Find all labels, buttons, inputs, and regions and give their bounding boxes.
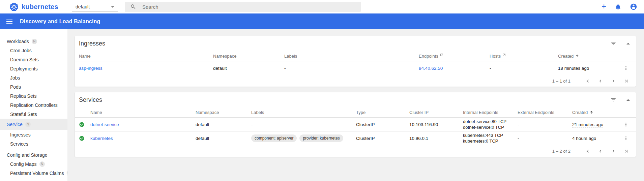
column-header-name[interactable]: Name [79, 54, 213, 59]
row-actions-menu-icon[interactable] [620, 65, 632, 71]
first-page-button[interactable] [581, 75, 594, 87]
collapse-card-icon[interactable] [626, 43, 630, 44]
service-type: ClusterIP [356, 122, 409, 127]
service-namespace: default [196, 122, 251, 127]
sidebar-item-config-and-storage[interactable]: Config and Storage [0, 150, 67, 159]
ingress-table-row: asp-ingress default - 84.40.62.50 - 18 m… [75, 61, 636, 75]
first-page-button[interactable] [581, 145, 594, 157]
sidebar-item-deployments[interactable]: Deployments [0, 64, 67, 73]
filter-icon[interactable] [610, 40, 616, 47]
search-bar[interactable] [125, 2, 361, 12]
column-header-cluster-ip[interactable]: Cluster IP [409, 110, 463, 115]
sidebar-item-jobs[interactable]: Jobs [0, 73, 67, 82]
sidebar-item-daemon-sets[interactable]: Daemon Sets [0, 55, 67, 64]
ingresses-table-header: Name Namespace Labels Endpoints Hosts C [75, 51, 636, 61]
service-external-endpoints: - [518, 136, 572, 141]
label-chip: provider: kubernetes [299, 134, 343, 142]
ingress-endpoint-link[interactable]: 84.40.62.50 [419, 66, 443, 71]
service-created-time: 4 hours ago [572, 136, 596, 141]
page-title: Discovery and Load Balancing [20, 19, 100, 25]
column-header-external-endpoints[interactable]: External Endpoints [518, 110, 572, 115]
ingresses-card-title: Ingresses [79, 40, 610, 47]
services-card-title: Services [79, 96, 610, 103]
account-avatar-icon[interactable] [630, 3, 637, 10]
chevron-down-icon [111, 6, 114, 8]
sidebar-item-stateful-sets[interactable]: Stateful Sets [0, 110, 67, 119]
last-page-button[interactable] [620, 145, 633, 157]
service-labels: component: apiserver provider: kubernete… [251, 134, 356, 142]
menu-hamburger-icon[interactable] [6, 20, 12, 24]
services-card: Services Name Namespace Labels Type Clus… [75, 92, 636, 157]
kubernetes-brand[interactable]: kubernetes [9, 0, 58, 13]
ingresses-paginator: 1 – 1 of 1 [75, 75, 636, 87]
column-header-hosts[interactable]: Hosts [490, 54, 558, 59]
service-table-row: kubernetes default component: apiserver … [75, 131, 636, 145]
previous-page-button[interactable] [594, 75, 607, 87]
service-name-link[interactable]: kubernetes [90, 136, 113, 141]
sidebar-item-replication-controllers[interactable]: Replication Controllers [0, 100, 67, 110]
service-created-time: 21 minutes ago [572, 122, 603, 127]
last-page-button[interactable] [620, 75, 633, 87]
column-header-created[interactable]: Created [572, 110, 620, 115]
column-header-namespace[interactable]: Namespace [196, 110, 251, 115]
namespace-select[interactable]: default [72, 2, 118, 12]
next-page-button[interactable] [607, 75, 620, 87]
column-header-created[interactable]: Created [558, 54, 620, 59]
search-input[interactable] [142, 4, 331, 10]
sidebar-item-pods[interactable]: Pods [0, 82, 67, 91]
service-labels: - [251, 122, 356, 127]
create-resource-button[interactable]: + [602, 2, 606, 10]
column-header-namespace[interactable]: Namespace [213, 54, 284, 59]
sidebar-item-config-maps[interactable]: Config Maps N [0, 159, 67, 169]
sidebar-item-service[interactable]: Service N [0, 119, 67, 130]
paginator-range: 1 – 1 of 1 [552, 79, 570, 84]
service-type: ClusterIP [356, 136, 409, 141]
column-header-endpoints[interactable]: Endpoints [419, 54, 490, 59]
service-external-endpoints: - [518, 122, 572, 127]
topbar-actions: + [602, 0, 637, 13]
service-cluster-ip: 10.103.116.90 [409, 122, 463, 127]
services-table-header: Name Namespace Labels Type Cluster IP In… [75, 107, 636, 118]
app-bar: Discovery and Load Balancing [0, 13, 644, 29]
sidebar-item-ingresses[interactable]: Ingresses [0, 130, 67, 139]
sidebar-item-services[interactable]: Services [0, 139, 67, 148]
service-table-row: dotnet-service default - ClusterIP 10.10… [75, 118, 636, 131]
services-paginator: 1 – 2 of 2 [75, 145, 636, 157]
service-namespace: default [196, 136, 251, 141]
status-ok-icon [79, 135, 90, 141]
sidebar-item-replica-sets[interactable]: Replica Sets [0, 91, 67, 100]
sort-ascending-icon [589, 110, 593, 114]
previous-page-button[interactable] [594, 145, 607, 157]
filter-icon[interactable] [610, 97, 616, 103]
paginator-range: 1 – 2 of 2 [552, 149, 570, 154]
column-header-internal-endpoints[interactable]: Internal Endpoints [463, 110, 518, 115]
ingress-namespace: default [213, 66, 284, 71]
column-header-type[interactable]: Type [356, 110, 409, 115]
sidebar-item-persistent-volume-claims[interactable]: Persistent Volume Claims N [0, 169, 67, 178]
sidebar-item-workloads[interactable]: Workloads N [0, 37, 67, 46]
new-badge: N [32, 39, 37, 44]
row-actions-menu-icon[interactable] [620, 135, 632, 141]
top-bar: kubernetes default + [0, 0, 644, 13]
service-internal-endpoints: kubernetes:443 TCP kubernetes:0 TCP [463, 132, 518, 144]
kubernetes-logo-icon [9, 2, 19, 11]
brand-title: kubernetes [22, 3, 58, 11]
new-badge: N [39, 161, 45, 167]
ingress-labels: - [284, 66, 419, 71]
service-name-link[interactable]: dotnet-service [90, 122, 119, 127]
main-content: Ingresses Name Namespace Labels Endpoint… [67, 29, 644, 181]
row-actions-menu-icon[interactable] [620, 122, 632, 127]
external-link-icon [502, 53, 506, 57]
notifications-bell-icon[interactable] [615, 3, 621, 10]
column-header-labels[interactable]: Labels [251, 110, 356, 115]
column-header-name[interactable]: Name [90, 110, 196, 115]
sort-ascending-icon [575, 54, 579, 58]
collapse-card-icon[interactable] [626, 99, 630, 101]
next-page-button[interactable] [607, 145, 620, 157]
ingress-name-link[interactable]: asp-ingress [79, 66, 103, 71]
ingresses-card: Ingresses Name Namespace Labels Endpoint… [75, 36, 636, 87]
external-link-icon [440, 53, 443, 57]
service-internal-endpoints: dotnet-service:80 TCP dotnet-service:0 T… [463, 119, 518, 130]
column-header-labels[interactable]: Labels [284, 54, 419, 59]
sidebar-item-cron-jobs[interactable]: Cron Jobs [0, 46, 67, 55]
